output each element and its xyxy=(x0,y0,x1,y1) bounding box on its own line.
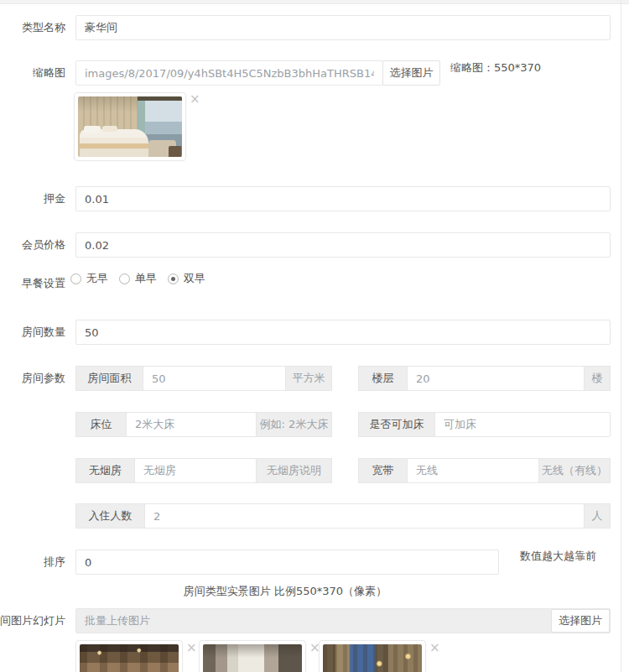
room-count-label: 房间数量 xyxy=(0,320,65,345)
gallery-photo-1-remove-icon[interactable]: × xyxy=(186,642,197,654)
no-smoking-prefix: 无烟房 xyxy=(75,458,135,483)
extra-bed-prefix: 是否可加床 xyxy=(358,412,435,437)
room-area-unit: 平方米 xyxy=(285,366,332,391)
member-price-label: 会员价格 xyxy=(0,232,65,258)
occupancy-prefix: 入住人数 xyxy=(75,503,145,529)
thumbnail-preview-card xyxy=(74,92,186,161)
breakfast-option-none[interactable]: 无早 xyxy=(70,272,108,285)
floor-input[interactable] xyxy=(407,366,585,391)
thumbnail-room-photo xyxy=(78,96,182,157)
sort-input[interactable] xyxy=(75,550,499,575)
bed-prefix: 床位 xyxy=(75,412,127,437)
broadband-note: 无线（有线） xyxy=(538,458,611,483)
occupancy-input[interactable] xyxy=(144,503,585,529)
radio-icon[interactable] xyxy=(168,273,179,284)
sort-label: 排序 xyxy=(0,550,65,575)
gallery-room-photo-2 xyxy=(203,644,302,672)
broadband-prefix: 宽带 xyxy=(358,458,408,483)
gallery-room-photo-1 xyxy=(80,644,179,672)
room-area-prefix: 房间面积 xyxy=(75,366,143,391)
gallery-photo-card xyxy=(199,640,306,672)
deposit-input[interactable] xyxy=(75,186,611,211)
panel-top-edge xyxy=(0,0,629,4)
extra-bed-input[interactable] xyxy=(434,412,611,437)
breakfast-label: 早餐设置 xyxy=(0,271,65,296)
gallery-label: 房间图片幻灯片 xyxy=(0,608,65,633)
gallery-photo-card xyxy=(319,640,426,672)
radio-icon[interactable] xyxy=(70,273,81,284)
type-name-label: 类型名称 xyxy=(0,15,65,40)
radio-label: 无早 xyxy=(86,272,108,285)
radio-label: 双早 xyxy=(184,272,205,285)
panel-right-edge xyxy=(621,0,621,672)
gallery-choose-image-button[interactable]: 选择图片 xyxy=(551,609,610,633)
type-name-input[interactable] xyxy=(75,15,611,40)
room-area-input[interactable] xyxy=(143,366,286,391)
floor-prefix: 楼层 xyxy=(358,366,408,391)
breakfast-radio-group: 无早 单早 双早 xyxy=(70,272,205,285)
radio-icon[interactable] xyxy=(119,273,130,284)
bed-input[interactable] xyxy=(126,412,257,437)
no-smoking-note: 无烟房说明 xyxy=(256,458,332,483)
breakfast-option-single[interactable]: 单早 xyxy=(119,272,157,285)
gallery-room-photo-3 xyxy=(323,644,422,672)
thumbnail-choose-image-button[interactable]: 选择图片 xyxy=(382,60,440,86)
thumbnail-label: 缩略图 xyxy=(0,60,65,86)
batch-upload-input[interactable]: 批量上传图片 xyxy=(75,608,611,633)
no-smoking-input[interactable] xyxy=(134,458,257,483)
room-count-input[interactable] xyxy=(75,320,611,345)
broadband-input[interactable] xyxy=(407,458,539,483)
thumbnail-remove-icon[interactable]: × xyxy=(190,93,200,105)
thumbnail-size-hint: 缩略图：550*370 xyxy=(450,55,541,81)
occupancy-unit: 人 xyxy=(584,503,611,529)
thumbnail-path-input[interactable] xyxy=(75,60,383,86)
deposit-label: 押金 xyxy=(0,186,65,211)
room-type-edit-form: 类型名称 缩略图 选择图片 缩略图：550*370 × 押金 会员价格 早餐设置… xyxy=(0,0,629,672)
room-params-label: 房间参数 xyxy=(0,366,65,391)
member-price-input[interactable] xyxy=(75,232,611,258)
sort-hint: 数值越大越靠前 xyxy=(520,544,596,569)
gallery-photo-3-remove-icon[interactable]: × xyxy=(429,642,440,654)
radio-label: 单早 xyxy=(135,272,157,285)
floor-unit: 楼 xyxy=(584,366,611,391)
bed-example: 例如: 2米大床 xyxy=(256,412,332,437)
gallery-section-title: 房间类型实景图片 比例550*370（像素） xyxy=(0,584,570,599)
breakfast-option-double[interactable]: 双早 xyxy=(168,272,205,285)
gallery-photo-card xyxy=(75,640,183,672)
